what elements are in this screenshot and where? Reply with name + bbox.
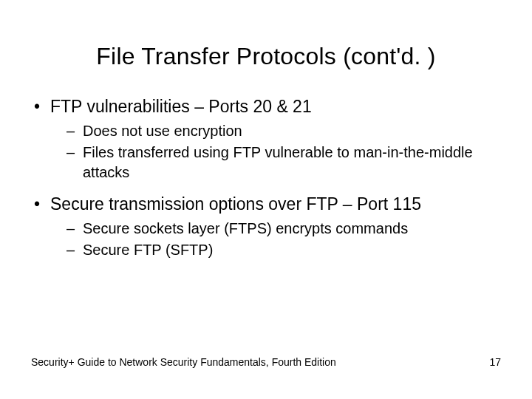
footer-source: Security+ Guide to Network Security Fund… (31, 356, 336, 368)
sub-item: Does not use encryption (66, 121, 501, 141)
bullet-text: Secure transmission options over FTP – P… (50, 194, 421, 214)
slide: File Transfer Protocols (cont'd. ) FTP v… (0, 0, 532, 399)
sub-list: Secure sockets layer (FTPS) encrypts com… (50, 219, 501, 260)
sub-item: Secure FTP (SFTP) (66, 240, 501, 260)
sub-item: Secure sockets layer (FTPS) encrypts com… (66, 219, 501, 239)
bullet-item: FTP vulnerabilities – Ports 20 & 21 Does… (31, 95, 501, 183)
sub-list: Does not use encryption Files transferre… (50, 121, 501, 183)
sub-item: Files transferred using FTP vulnerable t… (66, 143, 501, 183)
bullet-list: FTP vulnerabilities – Ports 20 & 21 Does… (31, 95, 501, 260)
bullet-text: FTP vulnerabilities – Ports 20 & 21 (50, 97, 312, 116)
footer: Security+ Guide to Network Security Fund… (31, 356, 501, 368)
bullet-item: Secure transmission options over FTP – P… (31, 193, 501, 260)
slide-title: File Transfer Protocols (cont'd. ) (0, 0, 532, 70)
page-number: 17 (489, 356, 501, 368)
slide-content: FTP vulnerabilities – Ports 20 & 21 Does… (0, 70, 532, 260)
